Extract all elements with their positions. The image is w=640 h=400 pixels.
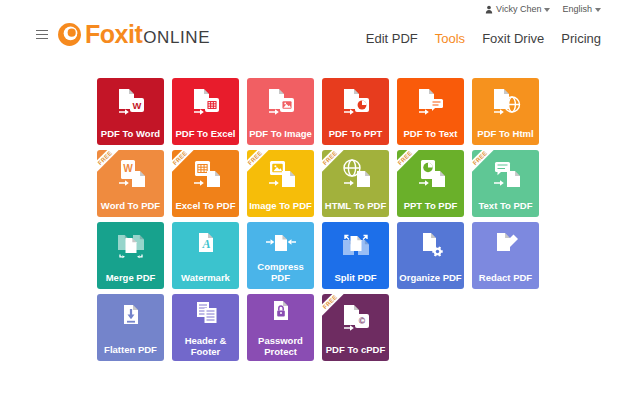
tile-label: Word To PDF [97, 200, 164, 211]
pdf-to-text-icon [413, 85, 449, 121]
tile-label: Text To PDF [472, 200, 539, 211]
tile-excel-to-pdf[interactable]: FREEExcel To PDF [172, 150, 239, 217]
tile-password-protect[interactable]: PasswordProtect [247, 294, 314, 361]
password-protect-icon [263, 297, 299, 333]
svg-text:W: W [123, 163, 133, 174]
pdf-to-image-icon [263, 85, 299, 121]
nav-item-tools[interactable]: Tools [435, 31, 465, 46]
tile-split-pdf[interactable]: Split PDF [322, 222, 389, 289]
svg-text:W: W [132, 101, 141, 111]
tile-label: PasswordProtect [247, 335, 314, 357]
tile-label: PDF To Word [97, 128, 164, 139]
brand-suffix: ONLINE [143, 28, 210, 48]
tile-label: Excel To PDF [172, 200, 239, 211]
foxit-logo-icon [57, 22, 82, 47]
tile-label: Organize PDF [397, 272, 464, 283]
tile-word-to-pdf[interactable]: FREEWWord To PDF [97, 150, 164, 217]
tile-label: Compress PDF [247, 261, 314, 283]
main-nav: Edit PDFToolsFoxit DrivePricing [366, 31, 601, 46]
tile-watermark[interactable]: AWatermark [172, 222, 239, 289]
html-to-pdf-icon [338, 157, 374, 193]
tile-label: PDF To PPT [322, 128, 389, 139]
tile-text-to-pdf[interactable]: FREEText To PDF [472, 150, 539, 217]
image-to-pdf-icon [263, 157, 299, 193]
pdf-to-excel-icon [188, 85, 224, 121]
tile-pdf-to-html[interactable]: PDF To Html [472, 78, 539, 145]
compress-pdf-icon [263, 229, 299, 265]
merge-pdf-icon [113, 229, 149, 265]
tile-label: PDF To Excel [172, 128, 239, 139]
pdf-to-html-icon [488, 85, 524, 121]
language-label: English [562, 4, 592, 14]
flatten-pdf-icon [113, 301, 149, 337]
tile-label: PDF To Html [472, 128, 539, 139]
tile-label: PDF To cPDF [322, 344, 389, 355]
tile-organize-pdf[interactable]: Organize PDF [397, 222, 464, 289]
nav-item-pricing[interactable]: Pricing [561, 31, 601, 46]
header-footer-icon [188, 297, 224, 333]
tile-merge-pdf[interactable]: Merge PDF [97, 222, 164, 289]
pdf-to-word-icon: W [113, 85, 149, 121]
excel-to-pdf-icon [188, 157, 224, 193]
language-menu[interactable]: English [562, 4, 601, 14]
tile-header-footer[interactable]: Header &Footer [172, 294, 239, 361]
redact-pdf-icon [488, 229, 524, 265]
tile-label: Redact PDF [472, 272, 539, 283]
user-icon [485, 5, 493, 14]
tile-label: HTML To PDF [322, 200, 389, 211]
tile-compress-pdf[interactable]: Compress PDF [247, 222, 314, 289]
tile-label: PDF To Image [247, 128, 314, 139]
pdf-to-ppt-icon [338, 85, 374, 121]
svg-text:A: A [201, 237, 210, 251]
account-menu[interactable]: Vicky Chen [485, 4, 550, 14]
tile-flatten-pdf[interactable]: Flatten PDF [97, 294, 164, 361]
organize-pdf-icon [413, 229, 449, 265]
tile-label: PDF To Text [397, 128, 464, 139]
account-bar: Vicky Chen English [485, 4, 601, 14]
tools-grid: WPDF To WordPDF To ExcelPDF To ImagePDF … [97, 78, 539, 361]
nav-item-foxit-drive[interactable]: Foxit Drive [482, 31, 544, 46]
brand-name: Foxit [85, 20, 142, 49]
menu-icon[interactable] [34, 28, 50, 42]
tile-pdf-to-excel[interactable]: PDF To Excel [172, 78, 239, 145]
brand-logo[interactable]: Foxit ONLINE [57, 20, 210, 49]
tile-image-to-pdf[interactable]: FREEImage To PDF [247, 150, 314, 217]
tile-label: Merge PDF [97, 272, 164, 283]
tile-label: Image To PDF [247, 200, 314, 211]
tile-pdf-to-image[interactable]: PDF To Image [247, 78, 314, 145]
tile-label: Split PDF [322, 272, 389, 283]
svg-text:©: © [358, 316, 365, 326]
chevron-down-icon [544, 8, 550, 12]
watermark-icon: A [188, 229, 224, 265]
tile-pdf-to-word[interactable]: WPDF To Word [97, 78, 164, 145]
tile-label: Watermark [172, 272, 239, 283]
tile-label: PPT To PDF [397, 200, 464, 211]
nav-item-edit-pdf[interactable]: Edit PDF [366, 31, 418, 46]
tile-label: Flatten PDF [97, 344, 164, 355]
account-user-name: Vicky Chen [496, 4, 541, 14]
tile-pdf-to-cpdf[interactable]: FREE©PDF To cPDF [322, 294, 389, 361]
chevron-down-icon [595, 8, 601, 12]
tile-label: Header &Footer [172, 335, 239, 357]
word-to-pdf-icon: W [113, 157, 149, 193]
split-pdf-icon [338, 229, 374, 265]
pdf-to-cpdf-icon: © [338, 301, 374, 337]
tile-ppt-to-pdf[interactable]: FREEPPT To PDF [397, 150, 464, 217]
text-to-pdf-icon [488, 157, 524, 193]
brand-area: Foxit ONLINE [34, 20, 210, 49]
top-header: Vicky Chen English Foxit ONLINE Edit PDF… [0, 0, 640, 58]
tile-redact-pdf[interactable]: Redact PDF [472, 222, 539, 289]
tile-html-to-pdf[interactable]: FREEHTML To PDF [322, 150, 389, 217]
ppt-to-pdf-icon [413, 157, 449, 193]
tile-pdf-to-text[interactable]: PDF To Text [397, 78, 464, 145]
tile-pdf-to-ppt[interactable]: PDF To PPT [322, 78, 389, 145]
